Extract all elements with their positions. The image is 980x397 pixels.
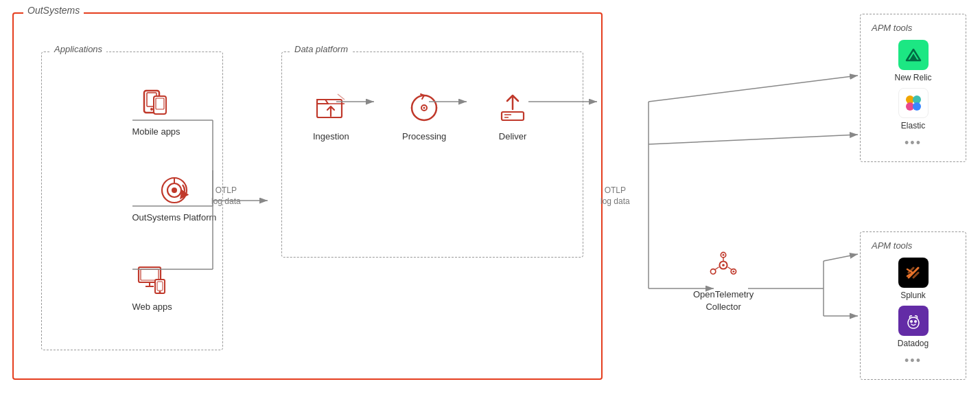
web-apps-item: Web apps	[132, 262, 172, 312]
apm-top-label: APM tools	[872, 23, 955, 33]
opentelemetry-label: OpenTelemetry Collector	[693, 288, 754, 313]
web-apps-label: Web apps	[132, 302, 172, 312]
processing-icon	[406, 90, 442, 126]
apm-top-dots: •••	[872, 136, 955, 150]
mobile-apps-item: Mobile apps	[132, 87, 180, 137]
new-relic-icon	[898, 40, 929, 70]
otlp-left-label: OTLP log data	[211, 185, 241, 207]
elastic-label: Elastic	[901, 121, 925, 131]
apm-bottom-dots: •••	[872, 354, 955, 368]
datadog-icon	[898, 306, 929, 336]
datadog-item: Datadog	[872, 306, 955, 348]
apm-bottom-box: APM tools Splunk	[860, 231, 966, 380]
svg-point-26	[910, 320, 913, 323]
splunk-label: Splunk	[900, 291, 926, 300]
ingestion-item: Ingestion	[313, 90, 349, 141]
svg-rect-19	[502, 112, 524, 120]
elastic-item: Elastic	[872, 88, 955, 131]
deliver-label: Deliver	[499, 131, 526, 141]
svg-line-37	[715, 267, 719, 270]
svg-line-36	[728, 267, 732, 270]
dataplatform-label: Data platform	[290, 44, 352, 54]
svg-point-29	[722, 264, 725, 266]
deliver-icon	[495, 90, 530, 126]
svg-point-34	[711, 269, 716, 274]
opentelemetry-icon	[705, 247, 741, 283]
diagram-container: OutSystems Applications Mobil	[0, 0, 980, 397]
processing-label: Processing	[402, 131, 446, 141]
splunk-icon	[898, 258, 929, 288]
svg-line-50	[649, 135, 858, 144]
ingestion-icon	[313, 90, 349, 126]
svg-point-2	[150, 108, 153, 111]
outsystems-platform-icon	[156, 172, 192, 208]
web-apps-icon	[135, 262, 170, 297]
datadog-label: Datadog	[898, 339, 929, 348]
svg-point-7	[172, 188, 177, 193]
svg-line-49	[649, 76, 858, 102]
svg-point-25	[913, 102, 921, 111]
mobile-apps-icon	[139, 87, 174, 122]
svg-line-53	[824, 254, 858, 261]
svg-point-33	[733, 271, 735, 273]
outsystems-box: OutSystems Applications Mobil	[12, 12, 603, 380]
apm-bottom-label: APM tools	[872, 240, 955, 251]
deliver-item: Deliver	[495, 90, 530, 141]
svg-point-31	[723, 254, 725, 256]
applications-box: Applications Mobile apps	[41, 52, 223, 350]
svg-point-18	[423, 107, 425, 109]
splunk-item: Splunk	[872, 258, 955, 300]
elastic-icon	[898, 88, 929, 118]
svg-point-15	[159, 291, 161, 293]
otlp-right-label: OTLP log data	[600, 185, 630, 207]
svg-point-27	[914, 320, 917, 323]
outsystems-label: OutSystems	[23, 5, 84, 16]
dataplatform-box: Data platform Ingestion	[281, 52, 583, 258]
apm-top-box: APM tools New Relic	[860, 14, 966, 162]
processing-item: Processing	[402, 90, 446, 141]
opentelemetry-collector: OpenTelemetry Collector	[693, 247, 754, 313]
new-relic-item: New Relic	[872, 40, 955, 82]
outsystems-platform-label: OutSystems Platform	[132, 212, 217, 223]
applications-label: Applications	[50, 44, 106, 54]
mobile-apps-label: Mobile apps	[132, 126, 180, 137]
svg-rect-10	[141, 269, 159, 280]
new-relic-label: New Relic	[894, 73, 931, 82]
ingestion-label: Ingestion	[313, 131, 349, 141]
outsystems-platform-item: OutSystems Platform	[132, 172, 217, 223]
